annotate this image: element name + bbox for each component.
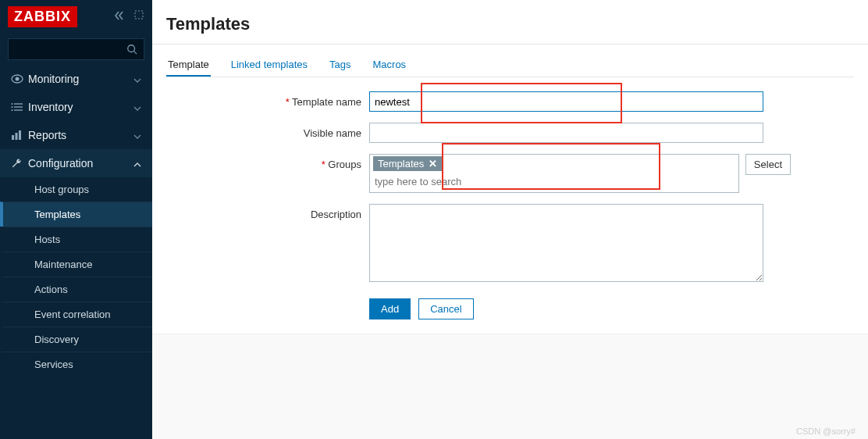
subnav-discovery[interactable]: Discovery bbox=[0, 327, 152, 352]
expand-icon[interactable] bbox=[133, 9, 144, 24]
sidebar: ZABBIX Monitoring Inventory Reports bbox=[0, 0, 152, 439]
group-tag[interactable]: Templates ✕ bbox=[373, 156, 442, 171]
main: Templates Template Linked templates Tags… bbox=[152, 0, 868, 439]
tab-template[interactable]: Template bbox=[166, 54, 211, 77]
tabs: Template Linked templates Tags Macros bbox=[166, 54, 854, 77]
svg-point-8 bbox=[12, 103, 13, 105]
cancel-button[interactable]: Cancel bbox=[418, 298, 473, 319]
description-textarea[interactable] bbox=[369, 204, 763, 282]
tab-macros[interactable]: Macros bbox=[372, 54, 408, 77]
form: * Template name Visible name * Groups bbox=[166, 91, 854, 319]
nav-label: Reports bbox=[28, 129, 133, 141]
search-icon bbox=[126, 44, 137, 55]
subnav-host-groups[interactable]: Host groups bbox=[0, 177, 152, 202]
subnav: Host groups Templates Hosts Maintenance … bbox=[0, 177, 152, 377]
subnav-maintenance[interactable]: Maintenance bbox=[0, 252, 152, 277]
template-name-label: * Template name bbox=[260, 91, 369, 108]
nav-configuration[interactable]: Configuration bbox=[0, 149, 152, 177]
select-button[interactable]: Select bbox=[745, 154, 791, 175]
visible-name-label: Visible name bbox=[260, 123, 369, 139]
svg-rect-0 bbox=[135, 11, 143, 19]
search-input[interactable] bbox=[8, 38, 144, 60]
subnav-hosts[interactable]: Hosts bbox=[0, 227, 152, 252]
visible-name-input[interactable] bbox=[369, 123, 763, 143]
nav-monitoring[interactable]: Monitoring bbox=[0, 65, 152, 93]
nav-reports[interactable]: Reports bbox=[0, 121, 152, 149]
nav-label: Inventory bbox=[28, 101, 133, 113]
svg-point-4 bbox=[16, 77, 20, 81]
svg-rect-12 bbox=[16, 133, 18, 140]
chevron-down-icon bbox=[133, 129, 141, 141]
chevron-up-icon bbox=[133, 157, 141, 170]
wrench-icon bbox=[11, 158, 28, 170]
groups-label: * Groups bbox=[260, 154, 369, 170]
row-template-name: * Template name bbox=[260, 91, 854, 112]
description-label: Description bbox=[260, 204, 369, 220]
chevron-down-icon bbox=[133, 101, 141, 113]
svg-point-9 bbox=[12, 106, 13, 108]
subnav-templates[interactable]: Templates bbox=[0, 202, 152, 227]
svg-point-10 bbox=[12, 109, 13, 111]
nav-label: Monitoring bbox=[28, 73, 133, 85]
subnav-services[interactable]: Services bbox=[0, 352, 152, 377]
tab-tags[interactable]: Tags bbox=[328, 54, 352, 77]
content-box: Template Linked templates Tags Macros * … bbox=[152, 45, 868, 334]
page-title: Templates bbox=[152, 0, 868, 45]
remove-tag-icon[interactable]: ✕ bbox=[429, 158, 437, 170]
row-description: Description bbox=[260, 204, 854, 284]
svg-rect-13 bbox=[19, 130, 21, 140]
nav-inventory[interactable]: Inventory bbox=[0, 93, 152, 121]
eye-icon bbox=[11, 74, 28, 84]
group-tag-label: Templates bbox=[378, 158, 424, 170]
template-name-input[interactable] bbox=[369, 91, 763, 112]
sidebar-header: ZABBIX bbox=[0, 0, 152, 34]
groups-search-input[interactable] bbox=[373, 173, 735, 191]
subnav-event-correlation[interactable]: Event correlation bbox=[0, 302, 152, 327]
bar-chart-icon bbox=[11, 130, 28, 141]
list-icon bbox=[11, 102, 28, 112]
add-button[interactable]: Add bbox=[369, 298, 411, 319]
svg-line-2 bbox=[134, 52, 137, 55]
row-buttons: Add Cancel bbox=[260, 295, 854, 319]
chevron-down-icon bbox=[133, 73, 141, 85]
logo: ZABBIX bbox=[8, 6, 77, 27]
subnav-actions[interactable]: Actions bbox=[0, 277, 152, 302]
nav-label: Configuration bbox=[28, 157, 133, 170]
row-visible-name: Visible name bbox=[260, 123, 854, 143]
svg-rect-11 bbox=[12, 135, 14, 140]
svg-point-1 bbox=[128, 45, 135, 52]
tab-linked-templates[interactable]: Linked templates bbox=[229, 54, 309, 77]
row-groups: * Groups Templates ✕ Select bbox=[260, 154, 854, 193]
watermark: CSDN @sorry# bbox=[796, 427, 856, 436]
collapse-icon[interactable] bbox=[113, 9, 126, 24]
